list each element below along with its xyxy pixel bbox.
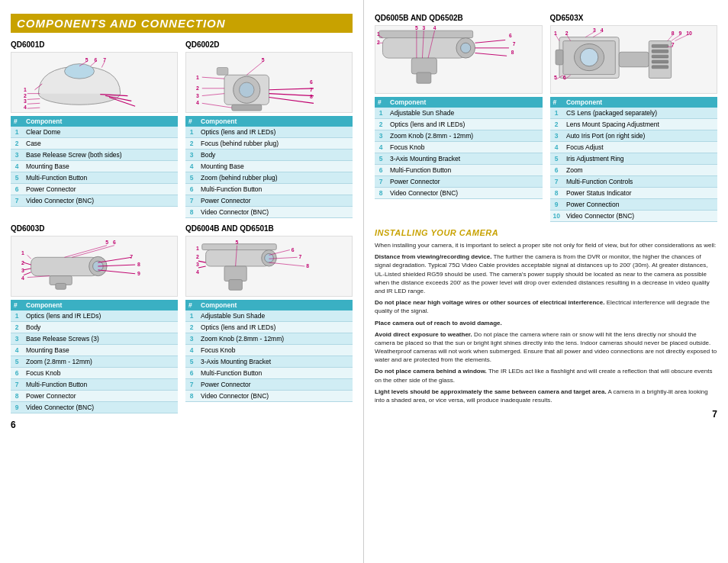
table-row: 2Optics (lens and IR LEDs) <box>375 119 543 130</box>
svg-line-47 <box>24 269 31 270</box>
row-num: 3 <box>550 130 563 142</box>
svg-line-26 <box>269 94 314 96</box>
svg-rect-70 <box>229 280 243 291</box>
svg-rect-90 <box>417 72 431 83</box>
right-top-cameras: QD6005B AND QD6502B 1 <box>375 14 717 222</box>
row-num: 7 <box>185 379 198 391</box>
qd6005b-diagram: 1 2 6 7 8 3 4 5 <box>375 25 543 94</box>
row-component: Base Release Screw (both sides) <box>23 150 178 161</box>
svg-rect-115 <box>652 50 668 53</box>
col-hash-6: # <box>550 97 563 108</box>
col-hash: # <box>11 116 23 127</box>
svg-rect-41 <box>31 257 98 275</box>
svg-line-25 <box>269 88 314 90</box>
row-component: Video Connector (BNC) <box>198 391 353 402</box>
qd6003d-table: # Component 1Optics (lens and IR LEDs)2B… <box>11 300 178 413</box>
svg-text:5: 5 <box>105 240 108 245</box>
row-component: Iris Adjustment Ring <box>563 153 717 165</box>
table-row: 6Multi-Function Button <box>375 165 543 176</box>
row-component: Zoom <box>563 165 717 176</box>
row-component: Mounting Base <box>198 161 353 172</box>
table-row: 1Clear Dome <box>11 127 178 138</box>
row-component: Zoom (behind rubber plug) <box>198 172 353 184</box>
table-row: 6Power Connector <box>11 184 178 195</box>
svg-text:2: 2 <box>196 254 199 259</box>
svg-line-36 <box>202 77 224 79</box>
row-num: 2 <box>550 119 563 130</box>
row-num: 1 <box>11 127 23 138</box>
row-component: Optics (lens and IR LEDs) <box>198 322 353 333</box>
svg-rect-24 <box>232 105 262 111</box>
svg-line-48 <box>24 272 31 275</box>
page-number-left: 6 <box>11 420 16 430</box>
svg-line-137 <box>671 35 680 41</box>
page-number-right: 7 <box>712 409 717 420</box>
svg-point-110 <box>580 48 598 66</box>
row-component: Video Connector (BNC) <box>387 188 543 199</box>
svg-text:3: 3 <box>422 26 425 31</box>
row-num: 4 <box>185 345 198 356</box>
row-num: 5 <box>11 356 23 368</box>
col-hash-3: # <box>11 300 23 310</box>
table-row: 5Zoom (behind rubber plug) <box>185 172 353 184</box>
svg-text:8: 8 <box>306 263 309 269</box>
row-num: 8 <box>185 391 198 402</box>
row-component: Optics (lens and IR LEDs) <box>198 127 353 138</box>
svg-rect-66 <box>206 250 269 266</box>
table-row: 10Video Connector (BNC) <box>550 211 718 222</box>
svg-text:6: 6 <box>310 79 313 85</box>
svg-text:4: 4 <box>196 100 199 105</box>
row-component: Zoom (2.8mm - 12mm) <box>23 356 178 368</box>
install-paragraph: Avoid direct exposure to weather. Do not… <box>375 330 717 365</box>
svg-text:5: 5 <box>262 57 265 63</box>
row-num: 6 <box>550 165 563 176</box>
svg-line-40 <box>246 62 263 76</box>
table-row: 6Focus Knob <box>11 368 178 379</box>
svg-rect-111 <box>556 50 563 65</box>
table-row: 4Mounting Base <box>11 345 178 356</box>
row-component: Adjustable Sun Shade <box>387 108 543 119</box>
row-num: 2 <box>11 322 23 333</box>
col-hash-5: # <box>375 97 387 108</box>
table-row: 5Zoom (2.8mm - 12mm) <box>11 356 178 368</box>
svg-text:4: 4 <box>600 27 603 33</box>
svg-text:1: 1 <box>554 31 557 36</box>
svg-text:7: 7 <box>103 57 106 63</box>
row-num: 4 <box>11 161 23 172</box>
row-num: 6 <box>11 368 23 379</box>
table-row: 6Multi-Function Button <box>185 368 353 379</box>
svg-line-82 <box>269 262 305 266</box>
svg-line-71 <box>198 261 206 262</box>
svg-point-1 <box>65 64 95 79</box>
row-num: 7 <box>11 195 23 207</box>
row-component: Focus Knob <box>198 345 353 356</box>
col-hash-4: # <box>185 300 198 310</box>
svg-line-72 <box>198 266 206 268</box>
row-num: 9 <box>550 199 563 211</box>
row-component: Power Connection <box>563 199 717 211</box>
row-num: 1 <box>375 108 387 119</box>
row-num: 6 <box>375 165 387 176</box>
row-component: Case <box>23 138 178 150</box>
row-num: 1 <box>550 108 563 119</box>
row-num: 1 <box>185 310 198 322</box>
row-num: 6 <box>185 184 198 195</box>
svg-text:8: 8 <box>310 94 313 99</box>
qd6503x-diagram: 1 2 8 9 10 7 3 4 5 6 <box>550 25 718 94</box>
row-num: 1 <box>11 310 23 322</box>
row-num: 2 <box>11 138 23 150</box>
table-row: 7Power Connector <box>185 195 353 207</box>
page-right: QD6005B AND QD6502B 1 <box>364 0 728 563</box>
svg-line-16 <box>27 108 40 108</box>
qd6004b-diagram: 1 2 3 4 6 7 8 5 <box>185 236 353 297</box>
table-row: 8Video Connector (BNC) <box>375 188 543 199</box>
svg-rect-114 <box>652 44 668 47</box>
row-component: Power Connector <box>198 195 353 207</box>
row-num: 4 <box>375 142 387 153</box>
svg-text:10: 10 <box>686 31 692 36</box>
svg-rect-45 <box>56 283 66 289</box>
svg-text:3: 3 <box>196 262 199 267</box>
row-num: 5 <box>185 172 198 184</box>
col-component-6: Component <box>563 97 717 108</box>
svg-text:5: 5 <box>85 57 89 63</box>
